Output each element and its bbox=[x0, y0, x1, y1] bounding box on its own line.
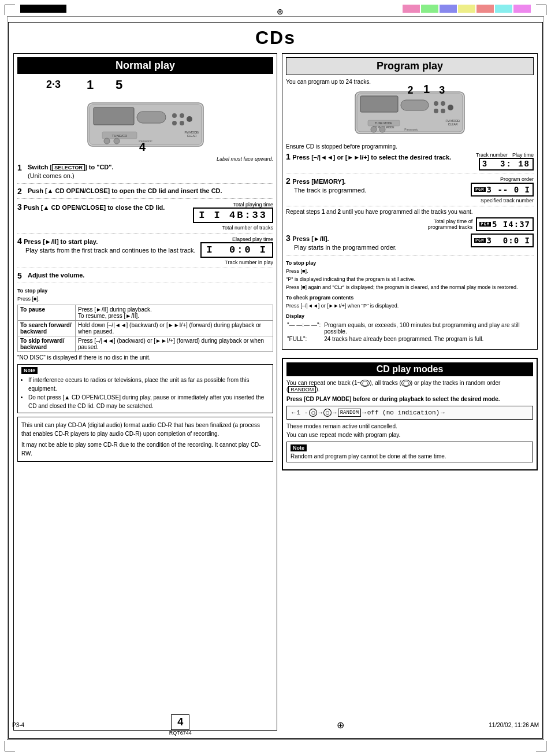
repeat-note: Repeat steps 1 and 2 until you have prog… bbox=[286, 209, 534, 215]
step-5-text: Adjust the volume. bbox=[28, 271, 84, 280]
mode-flow-arrow-start: ← bbox=[292, 409, 296, 416]
device-diagram-left: TUNE/CD FM MODE/ CLEAR Panasonic 4 bbox=[85, 97, 206, 154]
normal-play-header: Normal play bbox=[17, 57, 273, 74]
prog-step-1-num: 1 bbox=[286, 152, 291, 161]
info-text-2: It may not be able to play some CD-R due… bbox=[21, 440, 269, 458]
svg-point-5 bbox=[180, 113, 184, 118]
pgm-badge-3: PGM bbox=[474, 238, 486, 243]
total-playing-label: Total playing time bbox=[193, 202, 273, 207]
mode-flow-arrow-end: → bbox=[441, 409, 445, 416]
info-box: This unit can play CD-DA (digital audio)… bbox=[17, 417, 273, 462]
step-2-text: Push [▲ CD OPEN/CLOSE] to open the CD li… bbox=[28, 187, 222, 195]
check-contents-text: Press [–/|◄◄] or [►►I/+] when "P" is dis… bbox=[286, 303, 399, 309]
step-num-1: 1 bbox=[87, 77, 94, 92]
prog-step-1-display: Track number Play time 3 3: 18 bbox=[476, 152, 534, 171]
columns: Normal play 2·3 1 5 bbox=[13, 53, 538, 731]
svg-point-8 bbox=[187, 116, 192, 122]
cd-play-modes-header: CD play modes bbox=[286, 362, 533, 376]
right-num-2: 2 bbox=[408, 84, 414, 97]
lcd-prog-step3: PGM 3 0:0 I bbox=[471, 234, 534, 247]
info-text: This unit can play CD-DA (digital audio)… bbox=[21, 421, 269, 438]
page-code: RQT6744 bbox=[169, 730, 192, 736]
svg-point-13 bbox=[104, 138, 110, 144]
prog-step-2-num: 2 bbox=[286, 176, 291, 186]
mode-flow: ← 1 - ◯ → ◯ → RANDOM → off (no indicatio… bbox=[286, 406, 533, 420]
display-info-section: Display "— —:— —": Program equals, or ex… bbox=[286, 312, 534, 343]
svg-point-22 bbox=[434, 109, 438, 113]
controls-table: To pause Press [►/II] during playback.To… bbox=[17, 305, 273, 352]
mode-flow-1: 1 - bbox=[297, 409, 308, 416]
control-skip-text: Press [–/|◄◄] (backward) or [►►I/+] (for… bbox=[76, 336, 273, 351]
page-number-box: 4 RQT6744 bbox=[169, 714, 192, 736]
color-bar-5 bbox=[476, 5, 494, 13]
bottom-crosshair-center: ⊕ bbox=[337, 720, 344, 731]
ensure-stopped: Ensure CD is stopped before programming. bbox=[286, 143, 534, 150]
no-disc-note: "NO DISC" is displayed if there is no di… bbox=[17, 354, 273, 361]
track-num-label: Track number bbox=[476, 152, 508, 158]
page-ref: P3-4 bbox=[12, 722, 24, 728]
prog-step-1-left: 1 Press [–/|◄◄] or [►►I/+] to select the… bbox=[286, 152, 472, 162]
modes-note-box: Note Random and program play cannot be d… bbox=[286, 442, 533, 462]
step-5: 5 Adjust the volume. bbox=[17, 271, 273, 283]
prog-stop-label: To stop play bbox=[286, 260, 316, 266]
step-num-4-left: 4 bbox=[139, 140, 146, 154]
note-item-1: If interference occurs to radios or tele… bbox=[28, 376, 269, 393]
program-play-top: Program play You can program up to 24 tr… bbox=[282, 53, 538, 350]
note-item-2: Do not press [▲ CD OPEN/CLOSE] during pl… bbox=[28, 393, 269, 410]
corner-mark-tr bbox=[536, 5, 546, 15]
total-tracks-label: Total number of tracks bbox=[193, 225, 273, 231]
prog-step-2-display: Program order PGM 3 -- 0 I Specified tra… bbox=[471, 176, 534, 203]
color-bar-7 bbox=[513, 5, 531, 13]
mode-random: RANDOM bbox=[338, 409, 361, 417]
note-label: Note bbox=[21, 367, 38, 374]
prog-step-3-left: 3 Press [►/II]. Play starts in the progr… bbox=[286, 234, 467, 253]
control-skip-label: To skip forward/backward bbox=[18, 336, 76, 351]
page-number: 4 bbox=[171, 714, 189, 730]
right-num-3: 3 bbox=[439, 84, 445, 97]
prog-step-2: 2 Press [MEMORY]. The track is programme… bbox=[286, 176, 534, 206]
label-upward: Label must face upward. bbox=[17, 156, 273, 162]
svg-text:CLEAR: CLEAR bbox=[187, 134, 196, 138]
prog-step-3-num: 3 bbox=[286, 234, 291, 243]
control-row-search: To search forward/backward Hold down [–/… bbox=[18, 320, 273, 336]
check-contents-section: To check program contents Press [–/|◄◄] … bbox=[286, 293, 534, 309]
control-pause-text: Press [►/II] during playback.To resume, … bbox=[76, 305, 273, 320]
svg-point-23 bbox=[441, 109, 445, 113]
svg-text:TUNE/CD: TUNE/CD bbox=[111, 134, 127, 138]
step-3-left: 3 Push [▲ CD OPEN/CLOSE] to close the CD… bbox=[17, 202, 189, 213]
modes-note-1: These modes remain active until cancelle… bbox=[286, 423, 533, 429]
to-stop-label: To stop play bbox=[17, 288, 47, 294]
svg-text:TUNE MODE: TUNE MODE bbox=[375, 121, 393, 125]
display-row-2: "FULL": 24 tracks have already been prog… bbox=[287, 336, 533, 342]
cd-play-modes-section: CD play modes You can repeat one track (… bbox=[282, 358, 538, 470]
color-bar-1 bbox=[403, 5, 420, 13]
svg-text:CLEAR: CLEAR bbox=[448, 123, 458, 126]
program-play-section: Program play You can program up to 24 tr… bbox=[282, 53, 538, 731]
pgm-badge-total: PGM bbox=[479, 222, 491, 227]
prog-step-2-sub: The track is programmed. bbox=[294, 186, 467, 195]
specified-track-label: Specified track number bbox=[471, 198, 534, 203]
check-contents-label: To check program contents bbox=[286, 295, 353, 301]
play-time-label: Play time bbox=[512, 152, 534, 158]
crosshair-top: ⊕ bbox=[276, 7, 285, 16]
svg-point-31 bbox=[379, 127, 385, 132]
program-play-header: Program play bbox=[286, 57, 534, 75]
prog-step-1-text: Press [–/|◄◄] or [►►I/+] to select the d… bbox=[292, 154, 451, 161]
mode-circle-all: ◯ bbox=[323, 409, 332, 417]
svg-rect-2 bbox=[94, 108, 134, 125]
svg-point-14 bbox=[114, 138, 120, 144]
svg-rect-19 bbox=[401, 100, 429, 110]
mode-flow-arrow-1: → bbox=[318, 409, 322, 416]
svg-point-7 bbox=[180, 121, 184, 125]
circle-icon-1: ◯ bbox=[360, 380, 370, 387]
svg-text:Panasonic: Panasonic bbox=[404, 128, 418, 131]
crosshair-bottom: ⊕ bbox=[337, 720, 344, 730]
display-sym-1: "— —:— —": bbox=[287, 322, 323, 335]
step-1-number: 1 bbox=[17, 163, 25, 172]
svg-rect-18 bbox=[360, 96, 398, 112]
svg-point-21 bbox=[441, 101, 445, 106]
prog-stop-section: To stop play Press [■]."P" is displayed … bbox=[286, 258, 534, 291]
prog-step-2-text: Press [MEMORY]. bbox=[292, 178, 346, 185]
step-numbers-area: 2·3 1 5 bbox=[17, 77, 273, 96]
step-4-left: 4 Press [►/II] to start play. Play start… bbox=[17, 236, 197, 255]
